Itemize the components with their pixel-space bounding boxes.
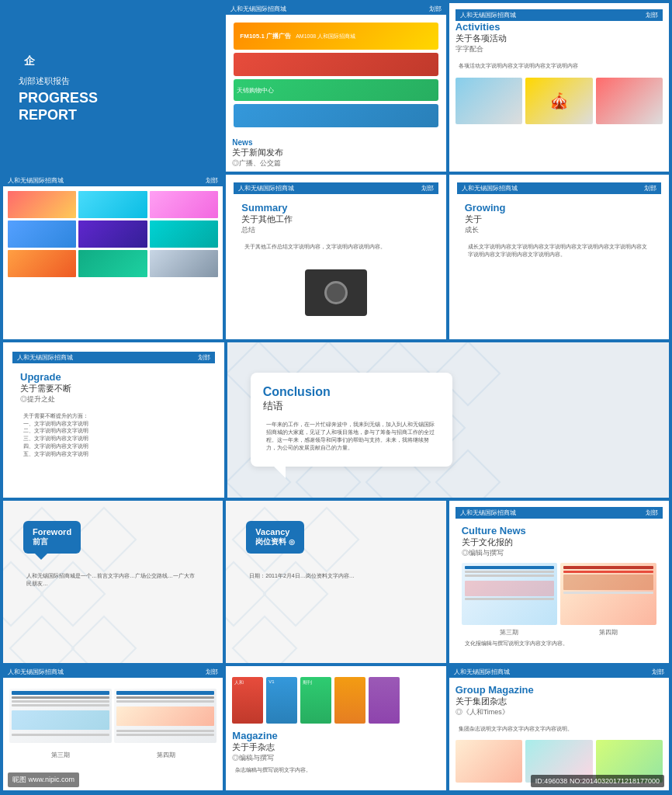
conclusion-title: Conclusion 结语 xyxy=(263,385,440,413)
np-line xyxy=(12,700,109,703)
issue-4-image xyxy=(560,563,656,625)
np3-label: 第三期 xyxy=(48,748,73,762)
np-line xyxy=(12,696,109,699)
mag-cover-4 xyxy=(334,677,365,724)
growing-content: Growing 关于 成长 成长文字说明内容文字说明内容文字说明内容文字说明内容… xyxy=(457,194,661,269)
summary-title: Summary 关于其他工作 总结 xyxy=(241,202,430,235)
magazine-covers: 人和 V1 期刊 xyxy=(232,677,439,724)
issue-3-image xyxy=(462,563,558,625)
newspaper-3-area: 第三期 xyxy=(9,746,112,760)
upgrade-cell: 人和无锡国际招商城 划部 Upgrade 关于需要不断 ◎提升之处 关于需要不断… xyxy=(3,342,224,498)
cell-header-2: 人和无锡国际招商城 划部 xyxy=(456,9,663,21)
cell-header-7: 人和无锡国际招商城 划部 xyxy=(456,507,663,519)
activities-cell: 人和无锡国际招商城 划部 Activities 关于各项活动 字字配合 各项活动… xyxy=(449,3,669,172)
vacancy-text: 日期：2011年2月4日…岗位资料文字内容… xyxy=(246,569,425,583)
conclusion-cell: Conclusion 结语 一年来的工作，在一片忙碌奔波中，我来到无锡，加入到人… xyxy=(227,342,669,498)
np-line xyxy=(116,734,214,736)
newspaper-3 xyxy=(9,689,112,743)
np-line xyxy=(116,691,214,695)
cover-title-cn: 划部述职报告 xyxy=(19,75,70,87)
activities-text: 各项活动文字说明内容文字说明内容文字说明内容 xyxy=(456,59,663,73)
mag-cover-2: V1 xyxy=(266,677,297,724)
group-magazine-content: Group Magazine 关于集团杂志 ◎《人和Times》 集团杂志说明文… xyxy=(449,678,669,790)
dept-text: 划部 xyxy=(429,5,442,13)
group-magazine-title: Group Magazine 关于集团杂志 ◎《人和Times》 xyxy=(456,684,663,717)
activities-title: Activities 关于各项活动 字字配合 xyxy=(456,21,663,54)
growing-text: 成长文字说明内容文字说明内容文字说明内容文字说明内容文字说明内容文字说明内容文字… xyxy=(465,240,653,262)
issue-4-label: 第四期 xyxy=(560,628,656,637)
group-mag-1 xyxy=(456,740,522,783)
poster-9 xyxy=(150,250,218,277)
vacancy-bubble: Vacancy 岗位资料 ◎ xyxy=(246,521,304,554)
mag-cover-3: 期刊 xyxy=(300,677,331,724)
group-magazine-text: 集团杂志说明文字内容文字内容文字内容说明。 xyxy=(456,722,663,736)
ad-banner-4 xyxy=(234,104,438,127)
poster-4 xyxy=(8,220,76,248)
foreword-text: 人和无锡国际招商城是一个…前言文字内容…广场公交路线…一广大市民朋友… xyxy=(23,569,203,591)
upgrade-title: Upgrade 关于需要不断 ◎提升之处 xyxy=(20,371,207,404)
culture-news-text: 文化报编辑与撰写说明文字内容文字内容。 xyxy=(462,637,656,651)
culture-issues: 第三期 第四期 xyxy=(462,563,656,637)
speech-bubble-tail xyxy=(274,467,286,478)
camera-lens xyxy=(324,281,348,304)
activity-image-3 xyxy=(596,78,663,124)
summary-cell: 人和无锡国际招商城 划部 Summary 关于其他工作 总结 关于其他工作总结文… xyxy=(226,175,445,339)
np-line xyxy=(116,730,214,732)
summary-text: 关于其他工作总结文字说明内容，文字说明内容说明内容。 xyxy=(241,240,430,254)
issue-3: 第三期 xyxy=(462,563,558,637)
cover-title-en: PROGRESS REPORT xyxy=(19,90,98,123)
id-watermark: ID:496038 NO:20140320171218177000 xyxy=(531,775,664,787)
magazine-cell: 人和 V1 期刊 Magazine 关于手杂志 ◎编稿与撰写 杂志编稿与撰写说明… xyxy=(226,666,445,790)
ad-banner-1: FM105.1 广播广告 AM1008 人和国际招商城 xyxy=(234,23,438,50)
vacancy-content: Vacancy 岗位资料 ◎ 日期：2011年2月4日…岗位资料文字内容… xyxy=(234,509,438,595)
camera-image xyxy=(241,262,430,324)
news-banners-cell: 人和无锡国际招商城 划部 FM105.1 广播广告 AM1008 人和国际招商城… xyxy=(226,3,445,172)
foreword-cell: Foreword 前言 人和无锡国际招商城是一个…前言文字内容…广场公交路线…一… xyxy=(3,501,223,663)
cell-header-6: 人和无锡国际招商城 划部 xyxy=(12,352,215,363)
upgrade-content: Upgrade 关于需要不断 ◎提升之处 关于需要不断提升的方面： 一、文字说明… xyxy=(12,363,215,469)
poster-3 xyxy=(150,191,218,218)
growing-cell: 人和无锡国际招商城 划部 Growing 关于 成长 成长文字说明内容文字说明内… xyxy=(449,175,669,339)
nipic-watermark: 昵图 www.nipic.com xyxy=(8,772,79,787)
ad-banner-3: 天锦购物中心 xyxy=(234,79,438,101)
poster-5 xyxy=(78,220,147,248)
newspaper-issues-cell: 人和无锡国际招商城 划部 xyxy=(3,666,223,790)
issue-3-label: 第三期 xyxy=(462,628,558,637)
issue-4: 第四期 xyxy=(560,563,656,637)
activities-images: 🎪 xyxy=(456,78,663,124)
newspaper-content: 第三期 第四期 xyxy=(3,678,223,766)
np4-label: 第四期 xyxy=(154,748,178,762)
cell-header-4: 人和无锡国际招商城 划部 xyxy=(234,182,438,194)
cover-cell: 企 划部述职报告 PROGRESS REPORT xyxy=(3,3,223,172)
logo-text: 人和无锡国际招商城 xyxy=(230,5,286,13)
conclusion-text: 一年来的工作，在一片忙碌奔波中，我来到无锡，加入到人和无锡国际招商城的大家庭，见… xyxy=(263,418,440,454)
magazine-text: 杂志编稿与撰写说明文字内容。 xyxy=(232,763,439,777)
news-label: News 关于新闻发布 ◎广播、公交篇 xyxy=(226,135,445,172)
newspaper-4-area: 第四期 xyxy=(115,746,217,760)
upgrade-text: 关于需要不断提升的方面： 一、文字说明内容文字说明 二、文字说明内容文字说明 三… xyxy=(20,409,207,461)
group-magazine-cell: 人和无锡国际招商城 划部 Group Magazine 关于集团杂志 ◎《人和T… xyxy=(449,666,669,790)
foreword-content: Foreword 前言 人和无锡国际招商城是一个…前言文字内容…广场公交路线…一… xyxy=(11,509,215,603)
np-line xyxy=(12,691,109,695)
foreword-bubble: Foreword 前言 xyxy=(23,521,81,554)
ad-banner-2 xyxy=(234,53,438,76)
poster-8 xyxy=(78,250,147,277)
conclusion-box: Conclusion 结语 一年来的工作，在一片忙碌奔波中，我来到无锡，加入到人… xyxy=(251,373,452,467)
summary-content: Summary 关于其他工作 总结 关于其他工作总结文字说明内容，文字说明内容说… xyxy=(234,194,438,332)
poster-6 xyxy=(150,220,218,248)
newspaper-4 xyxy=(114,689,216,743)
cell-header-1: 人和无锡国际招商城 划部 xyxy=(226,3,445,15)
mag-cover-5 xyxy=(369,677,400,724)
poster-grid xyxy=(3,186,223,282)
cell-header-8: 人和无锡国际招商城 划部 xyxy=(3,666,223,678)
activity-image-1 xyxy=(456,78,522,124)
newspaper-grid xyxy=(9,689,216,743)
cell-header-5: 人和无锡国际招商城 划部 xyxy=(457,182,661,194)
culture-news-cell: 人和无锡国际招商城 划部 Culture News 关于文化报的 ◎编辑与撰写 xyxy=(449,501,669,663)
culture-news-title: Culture News 关于文化报的 ◎编辑与撰写 xyxy=(462,525,656,558)
camera xyxy=(305,269,367,316)
mag-cover-1: 人和 xyxy=(232,677,263,724)
cell-header-3: 人和无锡国际招商城 划部 xyxy=(3,175,223,186)
np-line xyxy=(12,704,109,706)
np-lines-1 xyxy=(12,691,109,736)
